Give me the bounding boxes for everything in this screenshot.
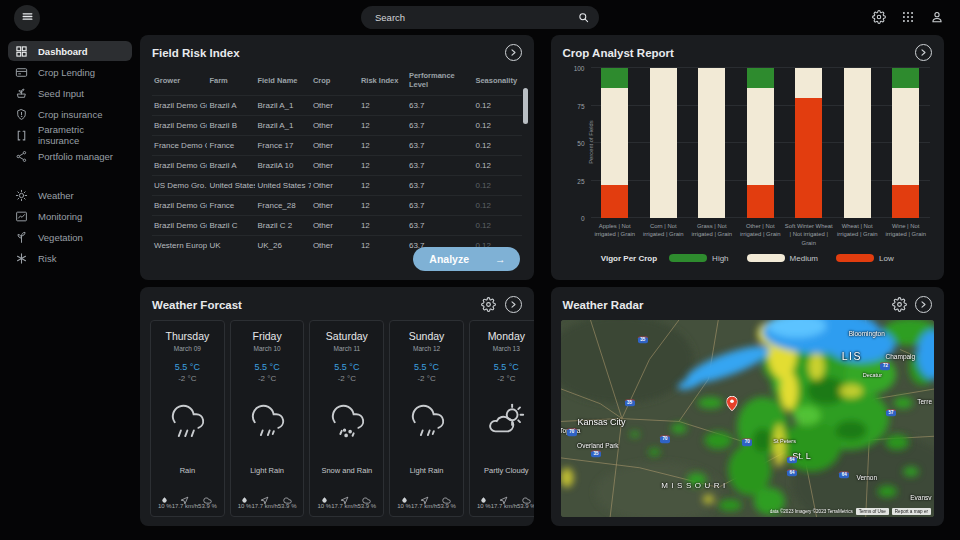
forecast-low-temp: -2 °C xyxy=(338,374,356,383)
precipitation-value: 10 % xyxy=(238,503,252,509)
light-rain-icon xyxy=(406,399,448,441)
table-row[interactable]: US Demo Gro...United StatesUnited States… xyxy=(152,176,522,196)
sidebar-item-seed-input[interactable]: Seed Input xyxy=(8,83,132,103)
sidebar-item-weather[interactable]: Weather xyxy=(8,185,132,205)
sidebar-item-dashboard[interactable]: Dashboard xyxy=(8,41,132,61)
account-button[interactable] xyxy=(924,5,950,31)
cell-risk-index: 12 xyxy=(359,116,407,136)
table-row[interactable]: Brazil Demo Gro...Brazil ABrazilA 10Othe… xyxy=(152,156,522,176)
table-row[interactable]: Brazil Demo Gro...FranceFrance_28Other12… xyxy=(152,196,522,216)
forecast-condition: Rain xyxy=(180,466,195,475)
sidebar-item-crop-lending[interactable]: Crop Lending xyxy=(8,62,132,82)
search-icon xyxy=(578,9,589,27)
sidebar-item-label: Crop insurance xyxy=(38,109,102,120)
weather-radar-title: Weather Radar xyxy=(563,299,892,311)
forecast-condition: Partly Cloudy xyxy=(484,466,529,475)
precipitation-value: 10 % xyxy=(158,503,172,509)
analyze-button[interactable]: Analyze→ xyxy=(413,247,519,271)
precipitation-value: 10 % xyxy=(317,503,331,509)
highway-shield-64: 64 xyxy=(787,469,797,477)
x-tick-label: Soft Winter Wheat | Not irrigated | Grai… xyxy=(785,222,834,247)
highway-shield-64: 64 xyxy=(787,456,797,464)
cell-crop: Other xyxy=(311,116,359,136)
humidity-value: 53.9 % xyxy=(437,503,456,509)
sidebar-item-crop-insurance[interactable]: Crop insurance xyxy=(8,104,132,124)
sidebar-item-label: Dashboard xyxy=(38,46,88,57)
cell-seasonality: 0.12 xyxy=(473,216,521,236)
legend-label: Medium xyxy=(790,254,818,263)
shield-icon xyxy=(15,108,28,121)
y-tick-label: 0 xyxy=(581,215,585,222)
dashboard-icon xyxy=(15,45,28,58)
sidebar-item-risk[interactable]: Risk xyxy=(8,248,132,268)
forecast-card-sunday[interactable]: Sunday March 12 5.5 °C -2 °C Light Rain … xyxy=(389,320,464,517)
wind-value: 17.7 km/h xyxy=(491,503,517,509)
table-row[interactable]: Brazil Demo Gro...Brazil ABrazil A_1Othe… xyxy=(152,96,522,116)
highway-shield-70: 70 xyxy=(660,435,670,443)
radar-settings-button[interactable] xyxy=(891,297,907,313)
column-header-risk-index: Risk Index xyxy=(359,66,407,96)
forecast-card-monday[interactable]: Monday March 13 5.5 °C -2 °C Partly Clou… xyxy=(469,320,534,517)
forecast-condition: Light Rain xyxy=(410,466,444,475)
segment-low xyxy=(795,98,822,218)
humidity-cloud-icon xyxy=(522,491,531,500)
cell-performance-level: 63.7 xyxy=(407,116,474,136)
y-tick-label: 25 xyxy=(577,177,584,184)
table-row[interactable]: Brazil Demo Gro...Brazil BBrazil A_1Othe… xyxy=(152,116,522,136)
highway-shield-35: 35 xyxy=(625,399,635,407)
sidebar-item-parametric-insurance[interactable]: Parametric insurance xyxy=(8,125,132,145)
cell-field-name: Brazil C 2 xyxy=(255,216,310,236)
legend-item-high: High xyxy=(669,254,728,263)
forecast-settings-button[interactable] xyxy=(481,297,497,313)
forecast-card-thursday[interactable]: Thursday March 09 5.5 °C -2 °C Rain 10 %… xyxy=(150,320,225,517)
cell-crop: Other xyxy=(311,156,359,176)
forecast-expand-button[interactable] xyxy=(505,296,522,313)
forecast-card-friday[interactable]: Friday March 10 5.5 °C -2 °C Light Rain … xyxy=(230,320,305,517)
cell-farm: UK xyxy=(207,236,255,256)
sidebar-item-label: Parametric insurance xyxy=(38,124,125,146)
topbar: Search xyxy=(0,0,960,35)
radar-expand-button[interactable] xyxy=(915,296,932,313)
radar-map[interactable]: TopekaKansas CityOverland ParkMISSOURISt… xyxy=(561,320,935,517)
precipitation-value: 10 % xyxy=(477,503,491,509)
search-bar[interactable]: Search xyxy=(361,6,599,29)
sidebar-item-portfolio-manager[interactable]: Portfolio manager xyxy=(8,146,132,166)
menu-button[interactable] xyxy=(14,5,40,31)
sidebar-item-monitoring[interactable]: Monitoring xyxy=(8,206,132,226)
org-icon xyxy=(15,150,28,163)
table-row[interactable]: France Demo Gro...FranceFrance 17Other12… xyxy=(152,136,522,156)
cell-risk-index: 12 xyxy=(359,216,407,236)
precipitation-icon xyxy=(400,491,409,500)
cell-performance-level: 63.7 xyxy=(407,96,474,116)
cell-performance-level: 63.7 xyxy=(407,156,474,176)
card-icon xyxy=(15,66,28,79)
column-header-seasonality: Seasonality xyxy=(473,66,521,96)
forecast-card-saturday[interactable]: Saturday March 11 5.5 °C -2 °C Snow and … xyxy=(309,320,384,517)
forecast-low-temp: -2 °C xyxy=(497,374,515,383)
crop-analyst-expand-button[interactable] xyxy=(915,44,932,61)
highway-shield-70: 70 xyxy=(742,438,752,446)
apps-button[interactable] xyxy=(895,5,921,31)
seed-icon xyxy=(15,87,28,100)
map-credit: data ©2023 Imagery ©2023 TerraMetrics xyxy=(770,509,853,514)
segment-medium xyxy=(747,88,774,186)
report-error-link[interactable]: Report a map er xyxy=(892,508,931,515)
table-scrollbar[interactable] xyxy=(523,88,528,124)
sidebar-item-vegetation[interactable]: Vegetation xyxy=(8,227,132,247)
field-risk-table: GrowerFarmField NameCropRisk IndexPerfor… xyxy=(152,66,522,255)
table-row[interactable]: Brazil Demo Gro...Brazil CBrazil C 2Othe… xyxy=(152,216,522,236)
cell-grower: Brazil Demo Gro... xyxy=(152,216,207,236)
main-content: Field Risk Index GrowerFarmField NameCro… xyxy=(140,35,944,526)
cell-farm: Brazil B xyxy=(207,116,255,136)
weather-forecast-panel: Weather Forcast Thursday March 09 5.5 °C… xyxy=(140,287,534,526)
cell-risk-index: 12 xyxy=(359,236,407,256)
settings-button[interactable] xyxy=(866,5,892,31)
cell-crop: Other xyxy=(311,196,359,216)
wind-value: 17.7 km/h xyxy=(172,503,198,509)
field-risk-expand-button[interactable] xyxy=(505,44,522,61)
field-risk-title: Field Risk Index xyxy=(152,47,505,59)
cell-performance-level: 63.7 xyxy=(407,196,474,216)
forecast-low-temp: -2 °C xyxy=(417,374,435,383)
cell-field-name: France_28 xyxy=(255,196,310,216)
terms-link[interactable]: Terms of Use xyxy=(856,508,889,515)
